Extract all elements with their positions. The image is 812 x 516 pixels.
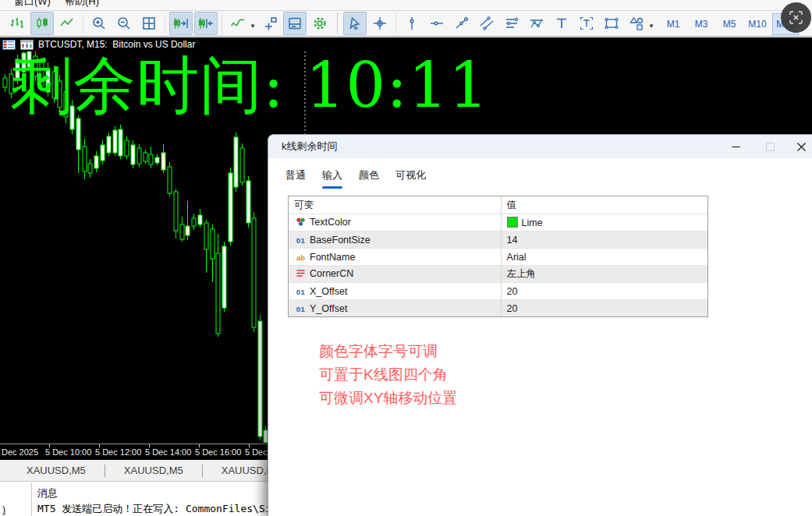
add-price-label-icon [262,16,278,31]
color-type-icon [294,217,307,229]
candle [229,173,232,242]
timeframe-M10[interactable]: M10 [744,13,771,35]
auto-scroll-button[interactable] [194,12,218,35]
timeframe-M3[interactable]: M3 [688,13,714,35]
text-label-button[interactable] [575,12,598,35]
dialog-tab-1[interactable]: 输入 [322,168,342,189]
annotation-note: 颜色字体字号可调可置于K线图四个角可微调XY轴移动位置 [319,340,457,410]
shapes-button[interactable] [625,12,648,35]
data-window-button[interactable] [283,12,307,35]
column-header-variable[interactable]: 可变 [289,196,501,214]
chart-tab-0[interactable]: XAUUSD,M5 [8,465,105,476]
indicators-button[interactable] [226,12,250,35]
line-chart-button[interactable] [55,12,79,35]
line-chart-icon [59,16,75,31]
param-value[interactable]: Arial [507,252,527,263]
dialog-tab-2[interactable]: 颜色 [359,168,379,189]
candle [198,215,202,224]
toolbox-message-line[interactable]: MT5 发送端已启动！正在写入: CommonFiles\Sig [37,502,277,516]
settings-gear-button[interactable] [308,12,332,35]
axis-label: 5 Dec 14:00 [145,447,191,457]
axis-label: 5 Dec [245,447,268,457]
candle [94,156,98,168]
indicators-dropdown-arrow[interactable]: ▼ [250,23,256,30]
toolbar-separator [222,14,222,33]
dialog-tab-label: 颜色 [359,169,379,181]
screenshot-overlay-button[interactable] [781,2,811,33]
candle [76,118,80,150]
remaining-time-overlay: 剩余时间: 10:11 [10,53,489,118]
candle [258,321,262,436]
maximize-icon [766,143,775,151]
mt5-window: 窗口(W) 帮助(H) ▼ [0,0,812,516]
fibonacci-button[interactable] [500,12,523,35]
note-line: 颜色字体字号可调 [319,340,457,363]
candle-chart-button[interactable] [30,12,54,35]
settings-gear-icon [312,16,328,31]
param-name: FontName [310,252,355,263]
chart-tab-1[interactable]: XAUUSD,M5 [105,465,202,476]
rectangle-button[interactable] [600,12,623,35]
trendline-button[interactable] [450,12,473,35]
param-value[interactable]: 左上角 [507,268,537,279]
channel-button[interactable] [475,12,498,35]
dialog-tab-3[interactable]: 可视化 [395,168,426,189]
toolbar-drag-handle[interactable] [337,13,338,34]
zoom-out-icon [116,16,132,31]
param-value[interactable]: 20 [507,286,518,297]
cursor-button[interactable] [343,12,367,35]
parameters-table: 可变 值 TextColorLime01BaseFontSize14abFont… [289,196,707,316]
timeframe-M5[interactable]: M5 [716,13,743,35]
screenshot-frame-icon [789,10,803,25]
toolbar-separator [83,14,83,33]
tile-windows-button[interactable] [137,12,161,35]
dialog-tab-0[interactable]: 普通 [285,168,306,189]
horizontal-line-button[interactable] [425,12,449,35]
candle [101,145,105,161]
timeframe-M1[interactable]: M1 [660,13,686,35]
zoom-in-button[interactable] [87,12,111,35]
param-row-TextColor[interactable]: TextColorLime [289,214,707,231]
param-row-CornerCN[interactable]: CornerCN左上角 [289,266,707,283]
candle [246,181,250,223]
param-value[interactable]: Lime [522,217,543,228]
zoom-out-button[interactable] [112,12,136,35]
menu-help[interactable]: 帮助(H) [65,0,99,9]
axis-label: 5 Dec 12:00 [95,447,141,457]
market-watch-icon [2,40,16,50]
dialog-tabs: 普通输入颜色可视化 [268,158,812,189]
candle [131,145,135,164]
minimize-button[interactable] [724,135,747,158]
param-row-FontName[interactable]: abFontNameArial [289,249,707,266]
maximize-button[interactable] [758,135,782,158]
candle [137,148,141,164]
crosshair-button[interactable] [368,12,392,35]
param-row-X_Offset[interactable]: 01X_Offset20 [289,283,707,300]
param-value[interactable]: 20 [507,303,518,314]
num-type-icon: 01 [294,236,307,245]
text-icon [554,16,569,31]
param-name: BaseFontSize [310,235,371,246]
cursor-icon [347,16,363,31]
param-row-BaseFontSize[interactable]: 01BaseFontSize14 [289,231,707,249]
candle [180,224,184,239]
add-price-label-button[interactable] [258,12,282,35]
column-header-value[interactable]: 值 [501,196,707,214]
dialog-tab-label: 普通 [285,169,306,181]
text-button[interactable] [550,12,573,35]
fibonacci-fan-button[interactable] [525,12,548,35]
dialog-title-bar[interactable]: k线剩余时间 [268,135,812,158]
toolbox-truncated-label[interactable]: ) [2,504,5,515]
axis-label: Dec 2025 [2,447,38,457]
shapes-dropdown-arrow[interactable]: ▼ [648,23,654,30]
num-type-icon: 01 [294,305,307,313]
bar-chart-button[interactable] [5,12,29,35]
param-row-Y_Offset[interactable]: 01Y_Offset20 [289,300,707,317]
parameters-table-wrap: 可变 值 TextColorLime01BaseFontSize14abFont… [288,196,708,317]
close-button[interactable] [789,135,812,158]
param-value[interactable]: 14 [507,235,518,246]
menu-window[interactable]: 窗口(W) [14,0,51,9]
vertical-line-button[interactable] [400,12,424,35]
candle-chart-icon [34,16,50,31]
shift-chart-end-button[interactable] [169,12,193,35]
